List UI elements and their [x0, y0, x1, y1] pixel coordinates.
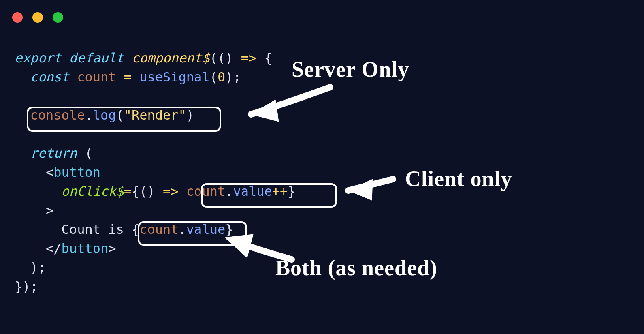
minimize-dot-icon — [32, 12, 43, 23]
punc: ); — [225, 69, 241, 85]
punc: ( — [210, 69, 218, 85]
traffic-lights — [12, 12, 63, 23]
annotation-server-only: Server Only — [292, 57, 409, 82]
angle-gt2: > — [108, 241, 116, 256]
punc: ( — [210, 50, 218, 66]
op-eq: = — [116, 69, 139, 85]
punc-close1: ); — [30, 260, 46, 275]
maximize-dot-icon — [53, 12, 63, 23]
prop-value: value — [233, 184, 272, 199]
fn-useSignal: useSignal — [139, 69, 209, 85]
dot2: . — [225, 184, 233, 199]
id-count2: count — [186, 184, 225, 199]
paren: () — [218, 50, 233, 66]
kw-return: return — [30, 146, 77, 161]
punc: ( — [116, 107, 124, 123]
brace-close: } — [288, 184, 295, 199]
tag-button-close: button — [62, 241, 109, 256]
annotation-both: Both (as needed) — [275, 255, 437, 280]
annotation-client-only: Client only — [405, 166, 512, 191]
angle-gt: > — [46, 203, 53, 218]
angle-close: </ — [46, 241, 62, 256]
str-render: "Render" — [124, 107, 186, 123]
arrow2: => — [155, 184, 186, 199]
paren: () — [139, 184, 155, 199]
id-count: count — [77, 69, 116, 85]
fn-log: log — [93, 107, 116, 123]
op-pp: ++ — [272, 184, 288, 199]
op-eq2: = — [124, 184, 132, 199]
arrow: => — [233, 50, 264, 66]
kw-export: export — [15, 50, 62, 66]
id-console: console — [30, 107, 85, 123]
kw-const: const — [30, 69, 69, 85]
id-count3: count — [139, 222, 178, 237]
kw-default: default — [69, 50, 124, 66]
angle: < — [46, 165, 53, 180]
close-dot-icon — [12, 12, 23, 23]
fn-component: component$ — [132, 50, 210, 66]
num-zero: 0 — [218, 69, 225, 85]
txt-count-is: Count is — [62, 222, 132, 237]
brace-open: { — [132, 184, 139, 199]
brace-open2: { — [132, 222, 139, 237]
punc-close2: }); — [15, 279, 38, 294]
attr-onclick: onClick$ — [62, 184, 124, 199]
prop-value2: value — [186, 222, 225, 237]
punc: ( — [77, 146, 93, 161]
dot: . — [85, 107, 92, 123]
tag-button: button — [53, 165, 100, 180]
punc: ) — [186, 107, 194, 123]
brace: { — [264, 50, 272, 66]
brace-close2: } — [225, 222, 233, 237]
dot3: . — [179, 222, 186, 237]
